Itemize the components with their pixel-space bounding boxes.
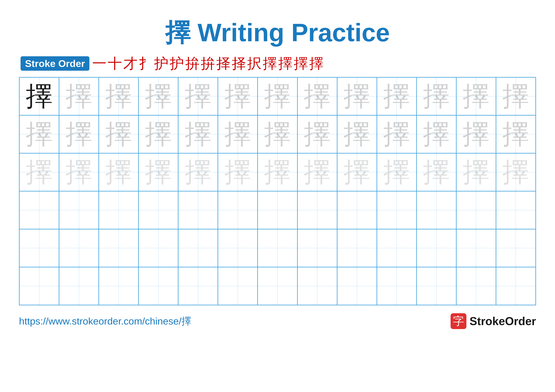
cell-r2-c2[interactable]: 擇	[59, 115, 99, 153]
cell-r4-c10[interactable]	[377, 191, 416, 229]
cell-r4-c1[interactable]	[19, 191, 59, 229]
cell-r3-c1[interactable]: 擇	[19, 153, 59, 191]
footer-url[interactable]: https://www.strokeorder.com/chinese/擇	[19, 314, 191, 328]
cell-r2-c6[interactable]: 擇	[218, 115, 258, 153]
cell-r5-c3[interactable]	[99, 229, 139, 267]
cell-r6-c13[interactable]	[496, 267, 536, 305]
cell-r6-c7[interactable]	[258, 267, 297, 305]
cell-r2-c9[interactable]: 擇	[337, 115, 377, 153]
cell-r1-c4[interactable]: 擇	[139, 77, 178, 115]
cell-r3-c4[interactable]: 擇	[139, 153, 178, 191]
cell-r6-c1[interactable]	[19, 267, 59, 305]
cell-r1-c1[interactable]: 擇	[19, 77, 59, 115]
cell-r4-c9[interactable]	[337, 191, 377, 229]
cell-r3-c10[interactable]: 擇	[377, 153, 416, 191]
cell-r4-c12[interactable]	[456, 191, 496, 229]
logo-char: 字	[453, 314, 464, 328]
cell-r4-c7[interactable]	[258, 191, 297, 229]
cell-r3-c12[interactable]: 擇	[456, 153, 496, 191]
cell-r5-c11[interactable]	[416, 229, 456, 267]
cell-r1-c9[interactable]: 擇	[337, 77, 377, 115]
cell-r3-c11[interactable]: 擇	[416, 153, 456, 191]
cell-r6-c5[interactable]	[178, 267, 218, 305]
cell-r2-c13[interactable]: 擇	[496, 115, 536, 153]
cell-r6-c6[interactable]	[218, 267, 258, 305]
footer: https://www.strokeorder.com/chinese/擇 字 …	[19, 313, 536, 329]
cell-r6-c3[interactable]	[99, 267, 139, 305]
cell-r4-c4[interactable]	[139, 191, 178, 229]
logo-name: StrokeOrder	[470, 315, 536, 328]
cell-r4-c11[interactable]	[416, 191, 456, 229]
cell-r2-c3[interactable]: 擇	[99, 115, 139, 153]
grid-row-1: 擇 擇 擇 擇 擇 擇 擇 擇 擇 擇 擇 擇 擇	[19, 77, 536, 115]
stroke-10: 择	[232, 57, 246, 71]
cell-r5-c8[interactable]	[297, 229, 337, 267]
cell-r5-c12[interactable]	[456, 229, 496, 267]
cell-r5-c9[interactable]	[337, 229, 377, 267]
practice-grid: 擇 擇 擇 擇 擇 擇 擇 擇 擇 擇 擇 擇 擇 擇 擇 擇 擇 擇 擇 擇 …	[19, 77, 536, 305]
cell-r3-c7[interactable]: 擇	[258, 153, 297, 191]
cell-r4-c5[interactable]	[178, 191, 218, 229]
cell-r4-c2[interactable]	[59, 191, 99, 229]
cell-r6-c2[interactable]	[59, 267, 99, 305]
cell-r6-c4[interactable]	[139, 267, 178, 305]
cell-r1-c11[interactable]: 擇	[416, 77, 456, 115]
stroke-order-row: Stroke Order 一 十 才 扌 护 护 拚 拚 择 择 択 擇 擇 擇…	[19, 56, 536, 71]
cell-r4-c6[interactable]	[218, 191, 258, 229]
cell-r6-c9[interactable]	[337, 267, 377, 305]
cell-r4-c8[interactable]	[297, 191, 337, 229]
cell-r1-c10[interactable]: 擇	[377, 77, 416, 115]
cell-r2-c8[interactable]: 擇	[297, 115, 337, 153]
grid-row-3: 擇 擇 擇 擇 擇 擇 擇 擇 擇 擇 擇 擇 擇	[19, 153, 536, 191]
cell-r2-c10[interactable]: 擇	[377, 115, 416, 153]
cell-r2-c5[interactable]: 擇	[178, 115, 218, 153]
cell-r3-c5[interactable]: 擇	[178, 153, 218, 191]
logo-icon: 字	[451, 313, 466, 329]
cell-r5-c10[interactable]	[377, 229, 416, 267]
cell-r6-c8[interactable]	[297, 267, 337, 305]
cell-r2-c4[interactable]: 擇	[139, 115, 178, 153]
cell-r5-c2[interactable]	[59, 229, 99, 267]
cell-r6-c10[interactable]	[377, 267, 416, 305]
cell-r6-c11[interactable]	[416, 267, 456, 305]
char-dark: 擇	[26, 83, 53, 110]
cell-r4-c13[interactable]	[496, 191, 536, 229]
stroke-2: 十	[108, 57, 122, 71]
footer-logo: 字 StrokeOrder	[451, 313, 536, 329]
cell-r2-c11[interactable]: 擇	[416, 115, 456, 153]
cell-r3-c13[interactable]: 擇	[496, 153, 536, 191]
cell-r1-c2[interactable]: 擇	[59, 77, 99, 115]
cell-r1-c13[interactable]: 擇	[496, 77, 536, 115]
cell-r5-c6[interactable]	[218, 229, 258, 267]
cell-r3-c2[interactable]: 擇	[59, 153, 99, 191]
grid-row-5	[19, 229, 536, 267]
cell-r3-c6[interactable]: 擇	[218, 153, 258, 191]
cell-r1-c7[interactable]: 擇	[258, 77, 297, 115]
cell-r1-c5[interactable]: 擇	[178, 77, 218, 115]
stroke-5: 护	[154, 57, 168, 71]
cell-r5-c13[interactable]	[496, 229, 536, 267]
cell-r1-c6[interactable]: 擇	[218, 77, 258, 115]
cell-r1-c12[interactable]: 擇	[456, 77, 496, 115]
stroke-1: 一	[92, 57, 106, 71]
cell-r4-c3[interactable]	[99, 191, 139, 229]
page: 擇 Writing Practice Stroke Order 一 十 才 扌 …	[0, 0, 555, 392]
cell-r3-c9[interactable]: 擇	[337, 153, 377, 191]
cell-r6-c12[interactable]	[456, 267, 496, 305]
cell-r5-c4[interactable]	[139, 229, 178, 267]
page-title: 擇 Writing Practice	[165, 16, 390, 50]
cell-r3-c8[interactable]: 擇	[297, 153, 337, 191]
cell-r2-c1[interactable]: 擇	[19, 115, 59, 153]
cell-r2-c12[interactable]: 擇	[456, 115, 496, 153]
cell-r5-c1[interactable]	[19, 229, 59, 267]
stroke-14: 擇	[294, 57, 308, 71]
stroke-12: 擇	[263, 57, 277, 71]
cell-r5-c5[interactable]	[178, 229, 218, 267]
cell-r1-c8[interactable]: 擇	[297, 77, 337, 115]
cell-r2-c7[interactable]: 擇	[258, 115, 297, 153]
cell-r5-c7[interactable]	[258, 229, 297, 267]
grid-row-4	[19, 191, 536, 229]
cell-r3-c3[interactable]: 擇	[99, 153, 139, 191]
cell-r1-c3[interactable]: 擇	[99, 77, 139, 115]
stroke-9: 择	[216, 57, 231, 71]
